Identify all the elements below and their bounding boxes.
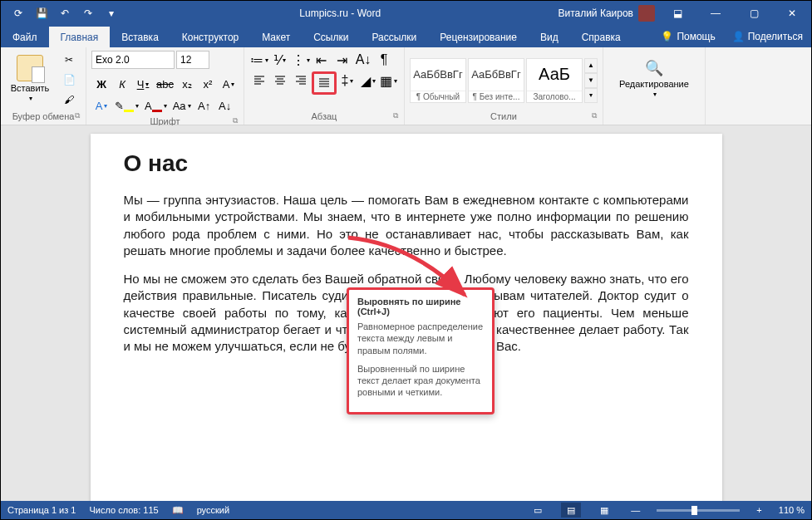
- paste-button[interactable]: Вставить ▾: [6, 51, 54, 105]
- superscript-button[interactable]: x²: [198, 75, 218, 93]
- save-button[interactable]: 💾: [31, 3, 52, 23]
- align-right-button[interactable]: [291, 71, 311, 90]
- qat-customize[interactable]: ▾: [101, 3, 122, 23]
- clipboard-icon: [17, 55, 43, 81]
- font-color-button[interactable]: A▾: [91, 96, 111, 115]
- highlight-button[interactable]: ✎▾: [112, 96, 141, 115]
- italic-button[interactable]: К: [112, 75, 132, 93]
- tab-home[interactable]: Главная: [49, 27, 111, 47]
- editing-dropdown[interactable]: 🔍 Редактирование ▾: [608, 51, 700, 105]
- tooltip-title: Выровнять по ширине (Ctrl+J): [357, 297, 484, 316]
- status-words[interactable]: Число слов: 115: [89, 505, 158, 515]
- font-size-combo[interactable]: [176, 51, 209, 69]
- bullets-button[interactable]: ≔▾: [249, 51, 269, 69]
- justify-button[interactable]: [312, 71, 337, 95]
- align-left-button[interactable]: [249, 71, 269, 90]
- paragraph-1: Мы — группа энтузиастов. Наша цель — пом…: [124, 192, 689, 259]
- tab-help[interactable]: Справка: [570, 27, 632, 47]
- autosave-toggle[interactable]: ⟳: [7, 3, 29, 23]
- text-effects-button[interactable]: A▾: [219, 75, 239, 93]
- view-print-button[interactable]: ▤: [561, 503, 581, 518]
- search-icon: 🔍: [645, 59, 663, 77]
- styles-up-button[interactable]: ▲: [584, 58, 598, 73]
- minimize-button[interactable]: —: [696, 1, 735, 26]
- view-read-button[interactable]: ▭: [528, 503, 548, 518]
- zoom-in-button[interactable]: +: [753, 505, 765, 515]
- tab-view[interactable]: Вид: [529, 27, 570, 47]
- window-title: Lumpics.ru - Word: [122, 7, 558, 19]
- maximize-button[interactable]: ▢: [735, 1, 773, 26]
- tab-insert[interactable]: Вставка: [110, 27, 170, 47]
- zoom-level[interactable]: 110 %: [779, 505, 805, 515]
- borders-button[interactable]: ▦▾: [379, 71, 399, 90]
- zoom-out-button[interactable]: —: [627, 505, 643, 515]
- redo-button[interactable]: ↷: [77, 3, 99, 23]
- share-button[interactable]: 👤 Поделиться: [724, 26, 811, 47]
- grow-font-button[interactable]: A↑: [194, 96, 214, 115]
- strikethrough-button[interactable]: abc: [154, 75, 176, 93]
- align-center-button[interactable]: [270, 71, 290, 90]
- decrease-indent-button[interactable]: ⇤: [312, 51, 332, 69]
- tooltip-body-2: Выровненный по ширине текст делает края …: [357, 363, 484, 399]
- styles-group-label: Стили: [490, 111, 517, 121]
- copy-button[interactable]: 📄: [57, 71, 81, 89]
- shading-button[interactable]: ◢▾: [358, 71, 378, 90]
- view-web-button[interactable]: ▦: [594, 503, 614, 518]
- styles-down-button[interactable]: ▼: [584, 73, 598, 88]
- styles-expand-button[interactable]: ▾: [584, 88, 598, 103]
- cut-button[interactable]: ✂: [57, 51, 81, 69]
- increase-indent-button[interactable]: ⇥: [332, 51, 352, 69]
- bold-button[interactable]: Ж: [91, 75, 111, 93]
- underline-button[interactable]: Ч▾: [133, 75, 153, 93]
- ribbon-options-button[interactable]: ⬓: [658, 1, 696, 26]
- status-page[interactable]: Страница 1 из 1: [7, 505, 76, 515]
- justify-tooltip: Выровнять по ширине (Ctrl+J) Равномерное…: [347, 287, 495, 415]
- font-fill-button[interactable]: A▾: [142, 96, 170, 115]
- tab-references[interactable]: Ссылки: [302, 27, 360, 47]
- clipboard-dialog-launcher[interactable]: ⧉: [72, 111, 82, 121]
- tooltip-body-1: Равномерное распределение текста между л…: [357, 321, 484, 356]
- tab-mailings[interactable]: Рассылки: [360, 27, 428, 47]
- user-name[interactable]: Виталий Каиров: [558, 7, 633, 19]
- status-proofing-icon[interactable]: 📖: [172, 505, 184, 516]
- undo-button[interactable]: ↶: [54, 3, 76, 23]
- heading-about: О нас: [124, 150, 689, 177]
- show-marks-button[interactable]: ¶: [374, 51, 394, 69]
- tab-review[interactable]: Рецензирование: [428, 27, 529, 47]
- style-heading1[interactable]: АаБ Заголово...: [526, 58, 583, 103]
- numbering-button[interactable]: ⅟▾: [270, 51, 290, 69]
- tab-design[interactable]: Конструктор: [170, 27, 250, 47]
- style-no-spacing[interactable]: АаБбВвГг ¶ Без инте...: [468, 58, 524, 103]
- subscript-button[interactable]: x₂: [177, 75, 197, 93]
- user-avatar[interactable]: [638, 5, 655, 22]
- font-name-combo[interactable]: [91, 51, 175, 69]
- sort-button[interactable]: A↓: [353, 51, 373, 69]
- change-case-button[interactable]: Aa▾: [170, 96, 194, 115]
- tell-me-button[interactable]: 💡 Помощь: [652, 26, 723, 47]
- multilevel-button[interactable]: ⋮▾: [291, 51, 311, 69]
- clipboard-group-label: Буфер обмена: [12, 111, 75, 121]
- shrink-font-button[interactable]: A↓: [215, 96, 235, 115]
- zoom-slider[interactable]: [657, 509, 740, 512]
- tab-file[interactable]: Файл: [1, 27, 49, 47]
- style-normal[interactable]: АаБбВвГг ¶ Обычный: [410, 58, 466, 103]
- line-spacing-button[interactable]: ‡▾: [337, 71, 357, 90]
- paragraph-dialog-launcher[interactable]: ⧉: [391, 111, 401, 121]
- status-language[interactable]: русский: [197, 505, 229, 515]
- paragraph-group-label: Абзац: [312, 111, 337, 121]
- close-button[interactable]: ✕: [773, 1, 811, 26]
- tab-layout[interactable]: Макет: [250, 27, 302, 47]
- styles-dialog-launcher[interactable]: ⧉: [589, 111, 599, 121]
- format-painter-button[interactable]: 🖌: [57, 91, 81, 109]
